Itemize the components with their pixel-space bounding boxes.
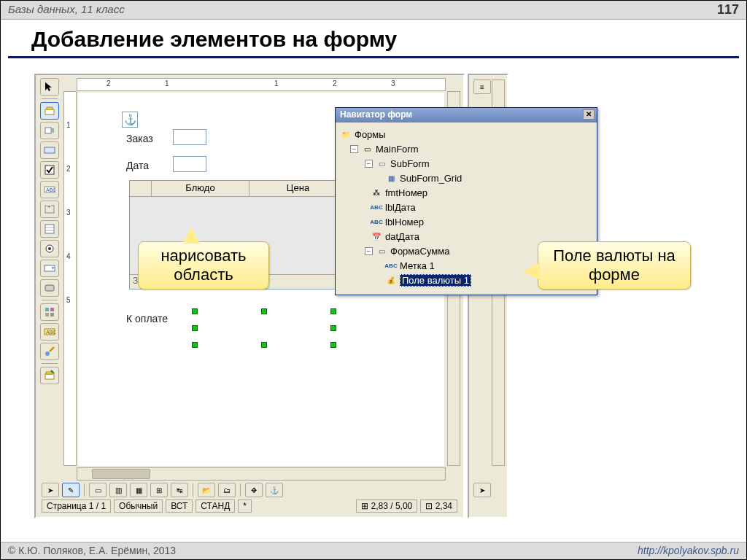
tree-label1[interactable]: Метка 1 xyxy=(400,260,435,271)
pointer-icon[interactable]: ➤ xyxy=(473,483,491,497)
callout-text: нарисовать область xyxy=(160,246,246,284)
title-underline xyxy=(8,56,739,58)
svg-rect-19 xyxy=(45,313,49,316)
resize-handle[interactable] xyxy=(330,325,336,331)
field-date[interactable] xyxy=(173,156,206,172)
resize-handle[interactable] xyxy=(261,308,267,314)
textbox-control-button[interactable] xyxy=(40,141,59,159)
svg-rect-1 xyxy=(45,128,51,133)
svg-text:ABC: ABC xyxy=(46,330,55,335)
svg-text:xy: xy xyxy=(47,204,50,208)
ruler-mark: 2 xyxy=(107,79,111,88)
dialog-titlebar[interactable]: Навигатор форм ✕ xyxy=(336,108,597,122)
more-controls-2-button[interactable]: ABC xyxy=(40,323,59,341)
svg-text:ABC: ABC xyxy=(46,187,55,192)
position-icon[interactable]: ✥ xyxy=(245,483,263,497)
close-icon[interactable]: ✕ xyxy=(583,109,595,120)
ruler-mark: 1 xyxy=(165,79,169,88)
form-design-button[interactable] xyxy=(40,367,59,384)
data-nav-icon[interactable]: ▦ xyxy=(130,483,147,497)
tree-fmt[interactable]: fmtНомер xyxy=(385,187,427,198)
toolbar-separator xyxy=(42,363,58,364)
resize-handle[interactable] xyxy=(192,342,198,348)
form-props-icon[interactable]: ▥ xyxy=(109,483,127,497)
slide-header: Базы данных, 11 класс 117 xyxy=(1,1,746,20)
svg-rect-24 xyxy=(45,374,54,379)
svg-rect-2 xyxy=(52,128,54,133)
open-design-icon[interactable]: 📂 xyxy=(198,483,215,497)
anchor-icon: ⚓ xyxy=(122,112,138,128)
label-control-button[interactable]: ABC xyxy=(40,181,59,198)
status-ins: ВСТ xyxy=(166,499,193,513)
grid-col-price[interactable]: Цена xyxy=(249,181,347,196)
add-field-icon[interactable]: ⊞ xyxy=(150,483,168,497)
footer-url: http://kpolyakov.spb.ru xyxy=(638,545,739,556)
tree-mainform[interactable]: MainForm xyxy=(376,144,419,155)
form-design-toolbar: ➤ ✎ ▭ ▥ ▦ ⊞ ↹ 📂 🗂 ✥ ⚓ xyxy=(39,482,460,498)
footer-copyright: © К.Ю. Поляков, Е.А. Ерёмин, 2013 xyxy=(8,545,176,556)
scrollbar-thumb[interactable] xyxy=(92,469,150,479)
resize-handle[interactable] xyxy=(330,342,336,348)
header-subject: Базы данных, 11 класс xyxy=(8,3,125,15)
radio-control-button[interactable] xyxy=(40,240,59,257)
grid-corner xyxy=(130,181,152,196)
horizontal-scrollbar[interactable] xyxy=(77,467,446,481)
tree-lblnum[interactable]: lblНомер xyxy=(385,217,424,228)
ruler-mark: 1 xyxy=(274,79,279,88)
label-order: Заказ xyxy=(126,133,153,144)
callout-currency-field: Поле валюты на форме xyxy=(538,241,691,289)
grid-icon: ▦ xyxy=(385,173,397,183)
tab-order-icon[interactable]: ↹ xyxy=(171,483,188,497)
status-coords: ⊞ 2,83 / 5,00 xyxy=(356,499,417,513)
label-icon: ABC xyxy=(385,260,397,271)
header-page-number: 117 xyxy=(717,2,739,18)
status-page: Страница 1 / 1 xyxy=(42,499,111,513)
callout-text: Поле валюты на форме xyxy=(553,246,676,284)
tree-formsum[interactable]: ФормаСумма xyxy=(390,246,449,257)
label-pay: К оплате xyxy=(126,313,168,324)
collapse-icon[interactable]: − xyxy=(365,160,373,168)
date-icon: 📅 xyxy=(371,231,382,241)
pointer-icon[interactable]: ➤ xyxy=(42,483,59,497)
checkbox-control-button[interactable] xyxy=(40,122,59,139)
svg-rect-0 xyxy=(45,109,54,114)
anchor-icon[interactable]: ⚓ xyxy=(266,483,283,497)
svg-point-23 xyxy=(45,351,50,356)
resize-handle[interactable] xyxy=(330,308,336,314)
groupbox-control-button[interactable]: xy xyxy=(40,201,59,218)
tree-subform[interactable]: SubForm xyxy=(390,158,429,169)
control-props-icon[interactable]: ▭ xyxy=(89,483,107,497)
design-toggle-icon[interactable]: ✎ xyxy=(62,483,80,497)
combobox-control-button[interactable] xyxy=(40,260,59,277)
tree-datdate[interactable]: datДата xyxy=(385,231,419,242)
listbox-control-button[interactable] xyxy=(40,220,59,238)
design-mode-button[interactable] xyxy=(40,102,59,120)
wizards-button[interactable] xyxy=(40,343,59,360)
label-icon: ABC xyxy=(371,202,382,212)
more-controls-button[interactable] xyxy=(40,303,59,321)
form-icon: ▭ xyxy=(376,246,387,256)
toolbar-handle-icon[interactable]: ≡ xyxy=(473,79,491,94)
collapse-icon[interactable]: − xyxy=(350,145,358,153)
form-nav-icon[interactable]: 🗂 xyxy=(218,483,236,497)
check-control-button[interactable] xyxy=(40,161,59,179)
toolbar-separator xyxy=(42,300,58,300)
tree-lbldate[interactable]: lblДата xyxy=(385,202,416,213)
svg-point-14 xyxy=(48,247,51,250)
tree-currency-selected[interactable]: Поле валюты 1 xyxy=(400,274,471,287)
resize-handle[interactable] xyxy=(261,342,267,348)
tree-root[interactable]: Формы xyxy=(355,129,386,140)
field-order[interactable] xyxy=(173,129,206,145)
grid-col-dish[interactable]: Блюдо xyxy=(152,181,249,196)
horizontal-ruler: 2 1 1 2 3 xyxy=(77,78,446,91)
select-tool-button[interactable] xyxy=(40,78,59,96)
status-caps: СТАНД xyxy=(196,499,235,513)
button-control-button[interactable] xyxy=(40,279,59,297)
new-field-selection[interactable] xyxy=(195,311,333,345)
resize-handle[interactable] xyxy=(192,325,198,331)
resize-handle[interactable] xyxy=(192,308,198,314)
tree-subgrid[interactable]: SubForm_Grid xyxy=(400,173,462,184)
collapse-icon[interactable]: − xyxy=(365,247,373,255)
status-size: ⊡ 2,34 xyxy=(420,499,457,513)
toolbar-separator xyxy=(42,98,58,99)
